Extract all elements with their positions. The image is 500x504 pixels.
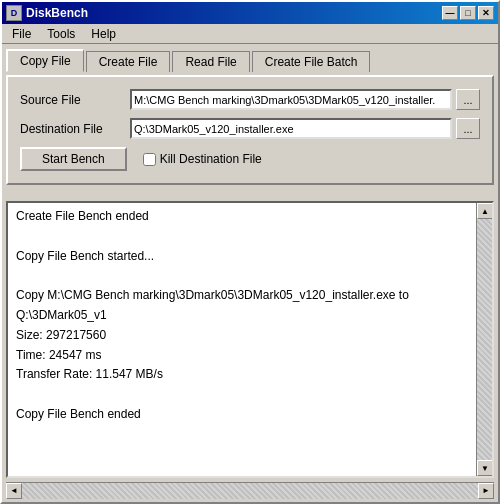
scroll-up-button[interactable]: ▲ bbox=[477, 203, 493, 219]
source-browse-button[interactable]: ... bbox=[456, 89, 480, 110]
kill-destination-wrapper: Kill Destination File bbox=[143, 152, 262, 166]
scroll-track-horizontal[interactable] bbox=[22, 483, 478, 499]
tab-create-file[interactable]: Create File bbox=[86, 51, 171, 72]
destination-browse-button[interactable]: ... bbox=[456, 118, 480, 139]
spacer bbox=[6, 189, 494, 197]
source-file-input[interactable] bbox=[130, 89, 452, 110]
start-bench-button[interactable]: Start Bench bbox=[20, 147, 127, 171]
source-file-input-wrapper: ... bbox=[130, 89, 480, 110]
source-file-label: Source File bbox=[20, 93, 130, 107]
tab-bar: Copy File Create File Read File Create F… bbox=[6, 48, 494, 71]
tab-read-file[interactable]: Read File bbox=[172, 51, 249, 72]
source-file-row: Source File ... bbox=[20, 89, 480, 110]
kill-destination-checkbox[interactable] bbox=[143, 153, 156, 166]
vertical-scrollbar: ▲ ▼ bbox=[476, 203, 492, 476]
tab-panel: Source File ... Destination File ... Sta… bbox=[6, 75, 494, 185]
title-bar-left: D DiskBench bbox=[6, 5, 88, 21]
menu-file[interactable]: File bbox=[4, 25, 39, 43]
maximize-button[interactable]: □ bbox=[460, 6, 476, 20]
title-buttons: — □ ✕ bbox=[442, 6, 494, 20]
main-content: Copy File Create File Read File Create F… bbox=[2, 44, 498, 502]
window-title: DiskBench bbox=[26, 6, 88, 20]
log-line bbox=[16, 266, 468, 286]
log-line: Transfer Rate: 11.547 MB/s bbox=[16, 365, 468, 385]
log-wrapper: Create File Bench ended Copy File Bench … bbox=[6, 201, 494, 478]
main-window: D DiskBench — □ ✕ File Tools Help Copy F… bbox=[0, 0, 500, 504]
kill-destination-label: Kill Destination File bbox=[160, 152, 262, 166]
log-text-area: Create File Bench ended Copy File Bench … bbox=[8, 203, 476, 476]
log-line: Copy File Bench ended bbox=[16, 405, 468, 425]
log-line: Copy File Bench started... bbox=[16, 247, 468, 267]
log-line: Copy M:\CMG Bench marking\3Dmark05\3DMar… bbox=[16, 286, 468, 326]
log-line: Size: 297217560 bbox=[16, 326, 468, 346]
title-bar: D DiskBench — □ ✕ bbox=[2, 2, 498, 24]
tab-copy-file[interactable]: Copy File bbox=[6, 49, 84, 72]
tab-create-file-batch[interactable]: Create File Batch bbox=[252, 51, 371, 72]
scroll-right-button[interactable]: ► bbox=[478, 483, 494, 499]
menu-help[interactable]: Help bbox=[83, 25, 124, 43]
destination-file-input-wrapper: ... bbox=[130, 118, 480, 139]
log-line: Time: 24547 ms bbox=[16, 346, 468, 366]
horizontal-scrollbar: ◄ ► bbox=[6, 482, 494, 498]
log-line bbox=[16, 227, 468, 247]
close-button[interactable]: ✕ bbox=[478, 6, 494, 20]
button-row: Start Bench Kill Destination File bbox=[20, 147, 480, 171]
destination-file-input[interactable] bbox=[130, 118, 452, 139]
scroll-down-button[interactable]: ▼ bbox=[477, 460, 493, 476]
app-icon: D bbox=[6, 5, 22, 21]
menu-tools[interactable]: Tools bbox=[39, 25, 83, 43]
log-line bbox=[16, 385, 468, 405]
menu-bar: File Tools Help bbox=[2, 24, 498, 44]
destination-file-row: Destination File ... bbox=[20, 118, 480, 139]
minimize-button[interactable]: — bbox=[442, 6, 458, 20]
log-line: Create File Bench ended bbox=[16, 207, 468, 227]
destination-file-label: Destination File bbox=[20, 122, 130, 136]
scroll-track-vertical[interactable] bbox=[477, 219, 492, 460]
scroll-left-button[interactable]: ◄ bbox=[6, 483, 22, 499]
